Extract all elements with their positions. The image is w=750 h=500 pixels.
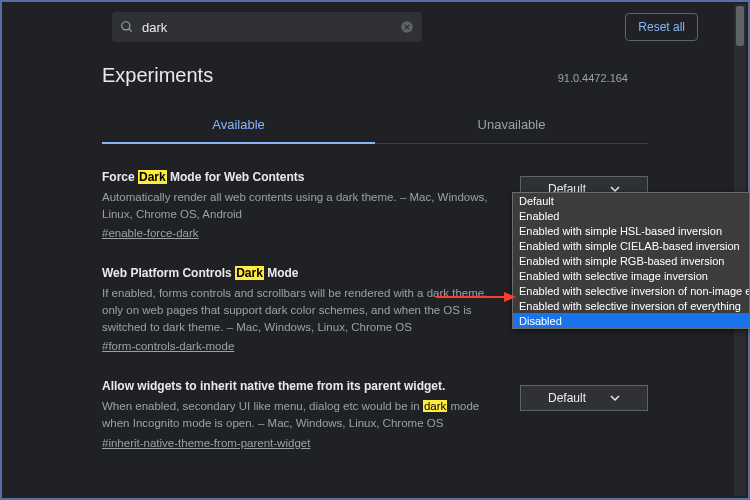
dropdown-item[interactable]: Default	[513, 193, 749, 208]
reset-all-button[interactable]: Reset all	[625, 13, 698, 41]
highlight: Dark	[235, 266, 264, 280]
dropdown-item[interactable]: Enabled with selective image inversion	[513, 268, 749, 283]
search-icon	[120, 20, 134, 34]
highlight: Dark	[138, 170, 167, 184]
dropdown-menu[interactable]: DefaultEnabledEnabled with simple HSL-ba…	[512, 192, 750, 329]
page-title: Experiments	[102, 64, 213, 87]
svg-point-0	[122, 22, 130, 30]
dropdown-item[interactable]: Disabled	[513, 313, 749, 328]
dropdown-item[interactable]: Enabled with simple RGB-based inversion	[513, 253, 749, 268]
search-box[interactable]	[112, 12, 422, 42]
dropdown-item[interactable]: Enabled with simple HSL-based inversion	[513, 223, 749, 238]
search-input[interactable]	[142, 20, 392, 35]
dropdown-item[interactable]: Enabled with selective inversion of non-…	[513, 283, 749, 298]
flag-hash-link[interactable]: #enable-force-dark	[102, 227, 199, 239]
flag-title: Force Dark Mode for Web Contents	[102, 170, 490, 184]
tab-available[interactable]: Available	[102, 107, 375, 144]
tabs: Available Unavailable	[102, 107, 648, 144]
highlight: dark	[423, 400, 447, 412]
flag-item: Allow widgets to inherit native theme fr…	[102, 379, 648, 449]
flag-select[interactable]: Default	[520, 385, 648, 411]
svg-line-1	[129, 29, 132, 32]
flag-description: If enabled, forms controls and scrollbar…	[102, 285, 490, 335]
top-bar: Reset all	[2, 2, 748, 52]
tab-unavailable[interactable]: Unavailable	[375, 107, 648, 143]
flag-title: Allow widgets to inherit native theme fr…	[102, 379, 490, 393]
dropdown-item[interactable]: Enabled	[513, 208, 749, 223]
dropdown-item[interactable]: Enabled with selective inversion of ever…	[513, 298, 749, 313]
version-label: 91.0.4472.164	[558, 72, 628, 84]
clear-icon[interactable]	[400, 20, 414, 34]
chevron-down-icon	[610, 393, 620, 403]
flag-title: Web Platform Controls Dark Mode	[102, 266, 490, 280]
flag-description: When enabled, secondary UI like menu, di…	[102, 398, 490, 431]
scrollbar-thumb[interactable]	[736, 6, 744, 46]
dropdown-item[interactable]: Enabled with simple CIELAB-based inversi…	[513, 238, 749, 253]
flag-description: Automatically render all web contents us…	[102, 189, 490, 222]
flag-hash-link[interactable]: #inherit-native-theme-from-parent-widget	[102, 437, 310, 449]
flag-hash-link[interactable]: #form-controls-dark-mode	[102, 340, 234, 352]
